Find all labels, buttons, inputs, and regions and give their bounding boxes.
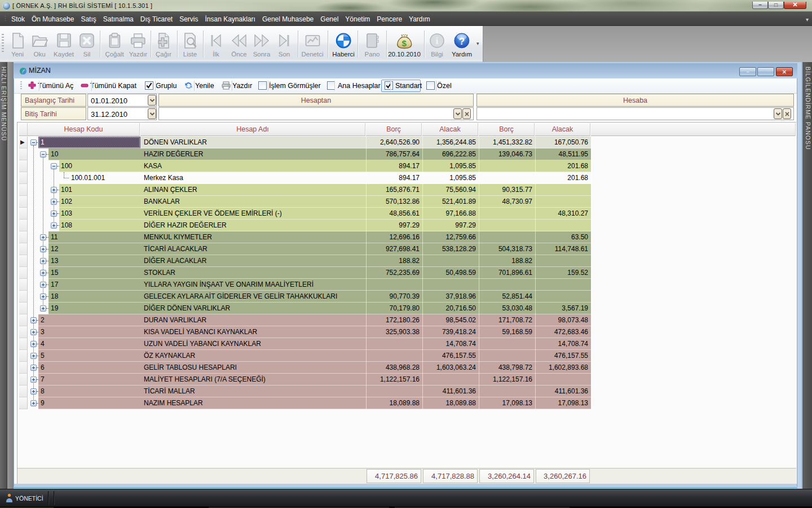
svg-text:$: $ xyxy=(401,38,407,48)
svg-text:i: i xyxy=(436,36,439,46)
svg-text:?: ? xyxy=(459,36,465,47)
